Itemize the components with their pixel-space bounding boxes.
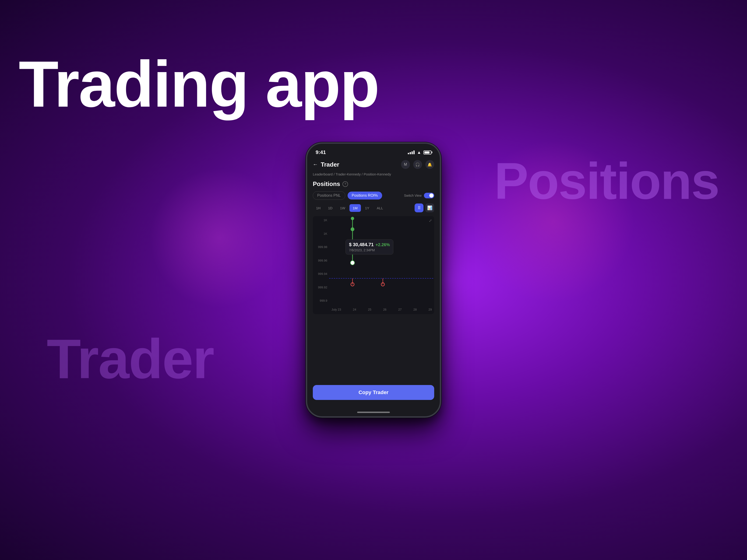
help-icon-button[interactable]: ? [342, 181, 348, 187]
avatar-button[interactable]: M [401, 160, 410, 169]
x-label-6: 28 [413, 308, 417, 311]
background-trader-label: Trader [47, 327, 214, 391]
bell-icon: 🔔 [428, 162, 432, 167]
x-label-5: 27 [398, 308, 402, 311]
tab-pnl-label: Positions PNL [317, 193, 341, 197]
y-label-3: 999.98 [315, 245, 327, 249]
tooltip-pct: +2.26% [376, 242, 390, 247]
back-button[interactable]: ← [313, 161, 318, 167]
scatter-icon: ⠿ [418, 205, 421, 211]
headset-icon: 🎧 [415, 162, 420, 167]
tooltip-date: 7/6/2023, 2:34PM [349, 248, 390, 252]
page-title: Trader [321, 161, 339, 168]
chart-svg [329, 216, 434, 305]
app-header: ← Trader M 🎧 🔔 [313, 158, 434, 172]
tab-positions-roi[interactable]: Positions ROI% [347, 192, 382, 199]
period-1w[interactable]: 1W [337, 204, 349, 212]
notification-button[interactable]: 🔔 [425, 160, 434, 169]
y-label-2: 1K [315, 232, 327, 235]
green-dot-second [351, 228, 354, 231]
signal-bar-3 [412, 152, 413, 154]
period-1d[interactable]: 1D [325, 204, 336, 212]
background-positions-label: Positions [494, 152, 719, 211]
signal-bar-2 [410, 152, 411, 154]
signal-bars-icon [408, 151, 415, 154]
x-label-7: 29 [429, 308, 432, 311]
x-label-2: 24 [353, 308, 356, 311]
battery-icon [423, 151, 431, 155]
phone-body: 9:41 ▲ ← Trader [306, 142, 441, 418]
wifi-icon: ▲ [417, 150, 421, 155]
headset-button[interactable]: 🎧 [413, 160, 422, 169]
tab-roi-label: Positions ROI% [352, 193, 378, 197]
positions-title: Positions [313, 180, 340, 188]
x-label-3: 25 [368, 308, 371, 311]
toggle-knob [429, 193, 434, 197]
breadcrumb: Leaderboard / Trader-Kennedy / Position-… [313, 172, 434, 180]
copy-trader-button[interactable]: Copy Trader [313, 385, 434, 400]
tab-positions-pnl[interactable]: Positions PNL [313, 191, 345, 200]
question-mark-icon: ? [344, 182, 346, 186]
chart-svg-container: $ 30,484.71 +2.26% 7/6/2023, 2:34PM [329, 216, 434, 305]
status-icons: ▲ [408, 150, 431, 155]
y-label-1: 1K [315, 218, 327, 222]
switch-view-toggle[interactable] [424, 193, 434, 198]
phone-notch [350, 144, 397, 153]
status-time: 9:41 [316, 149, 326, 155]
y-label-7: 999.9 [315, 299, 327, 302]
tooltip-value: $ 30,484.71 [349, 242, 374, 247]
home-indicator [357, 411, 390, 413]
period-1y[interactable]: 1Y [362, 204, 372, 212]
period-1m[interactable]: 1M [350, 204, 361, 212]
header-left: ← Trader [313, 161, 339, 168]
copy-trader-label: Copy Trader [359, 390, 388, 396]
period-1h[interactable]: 1H [313, 204, 324, 212]
y-label-5: 999.94 [315, 272, 327, 275]
x-label-1: July 23 [332, 308, 341, 311]
chart-x-axis: July 23 24 25 26 27 28 29 [329, 305, 434, 314]
positions-header: Positions ? [313, 180, 434, 188]
y-label-6: 999.92 [315, 286, 327, 289]
signal-bar-1 [408, 153, 409, 154]
avatar-initial: M [404, 162, 407, 167]
bar-chart-btn[interactable]: 📊 [425, 204, 434, 212]
switch-view-label: Switch View [404, 194, 421, 197]
phone-content: ← Trader M 🎧 🔔 Leaderboard / Trader-Ke [307, 158, 440, 314]
chart-tooltip: $ 30,484.71 +2.26% 7/6/2023, 2:34PM [345, 239, 393, 255]
battery-fill [424, 152, 430, 154]
chart-area: ⤢ 1K 1K 999.98 999.96 999.94 999.92 999.… [313, 216, 434, 314]
signal-bar-4 [413, 151, 415, 154]
chart-type-buttons: ⠿ 📊 [415, 204, 434, 212]
green-dot-top [351, 217, 354, 220]
header-right: M 🎧 🔔 [401, 160, 434, 169]
time-period-selector: 1H 1D 1W 1M 1Y ALL ⠿ 📊 [313, 204, 434, 212]
selected-dot [351, 261, 355, 265]
bar-chart-icon: 📊 [427, 205, 432, 211]
tab-switcher: Positions PNL Positions ROI% Switch View [313, 191, 434, 200]
background-trading-label: Trading app [19, 51, 379, 117]
chart-y-axis: 1K 1K 999.98 999.96 999.94 999.92 999.9 [313, 216, 329, 305]
period-all[interactable]: ALL [374, 204, 386, 212]
x-label-4: 26 [383, 308, 386, 311]
y-label-4: 999.96 [315, 259, 327, 262]
scatter-chart-btn[interactable]: ⠿ [415, 204, 423, 212]
phone-device: 9:41 ▲ ← Trader [306, 142, 441, 418]
